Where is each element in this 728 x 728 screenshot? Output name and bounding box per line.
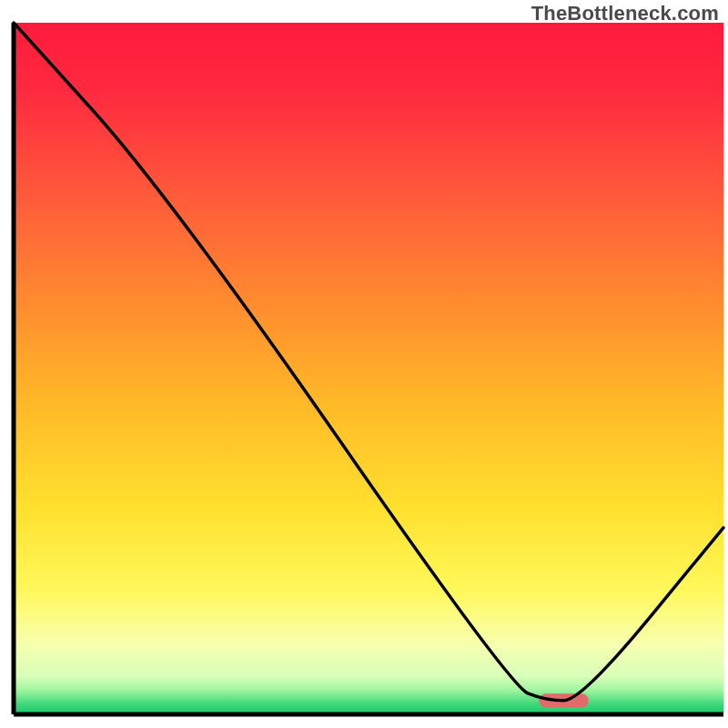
bottleneck-chart (0, 0, 728, 728)
chart-background (14, 23, 723, 714)
chart-stage: TheBottleneck.com (0, 0, 728, 728)
